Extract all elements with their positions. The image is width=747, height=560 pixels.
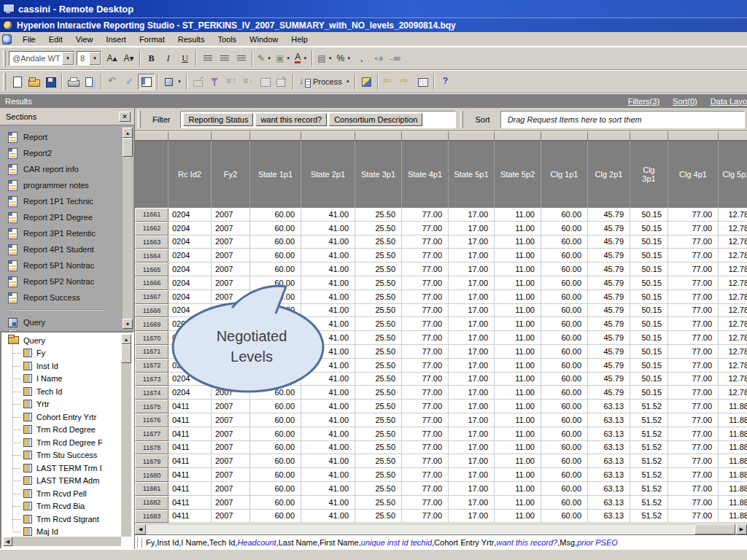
table-cell[interactable]: 11.00 — [495, 373, 541, 386]
table-cell[interactable]: 17.00 — [449, 290, 495, 304]
promote-button[interactable] — [190, 74, 206, 90]
table-cell[interactable]: 45.79 — [588, 304, 630, 318]
sort-ascending-button[interactable] — [223, 74, 240, 90]
request-item-want-this-record-[interactable]: want this record? — [496, 538, 557, 547]
row-number-cell[interactable]: 11665 — [135, 262, 169, 276]
scrollbar-thumb[interactable] — [121, 344, 131, 363]
table-cell[interactable]: 17.00 — [449, 373, 495, 386]
sidebar-item-report-2p1-degree[interactable]: Report 2P1 Degree — [0, 209, 121, 225]
table-cell[interactable]: 77.00 — [402, 222, 449, 236]
table-cell[interactable]: 17.00 — [449, 208, 495, 222]
column-grip[interactable] — [212, 131, 250, 141]
table-cell[interactable]: 41.00 — [301, 359, 355, 373]
table-cell[interactable]: 63.13 — [588, 468, 630, 482]
table-cell[interactable]: 77.00 — [402, 345, 449, 359]
table-cell[interactable]: 0204 — [169, 276, 212, 290]
table-cell[interactable]: 60.00 — [541, 304, 588, 318]
table-cell[interactable]: 50.15 — [630, 304, 668, 318]
chevron-down-icon[interactable]: ▼ — [303, 56, 307, 61]
row-number-cell[interactable]: 11672 — [135, 359, 169, 373]
tree-item-trm-rcvd-stgrant[interactable]: Trm Rcvd Stgrant — [3, 513, 121, 526]
table-cell[interactable]: 50.15 — [630, 331, 668, 345]
table-cell[interactable]: 45.79 — [588, 386, 630, 400]
table-cell[interactable]: 2007 — [212, 208, 250, 222]
menu-format[interactable]: Format — [133, 34, 171, 45]
table-cell[interactable]: 12.78 — [719, 222, 747, 236]
filter-button[interactable] — [206, 74, 223, 90]
table-cell[interactable]: 17.00 — [449, 413, 495, 427]
tree-vertical-scrollbar[interactable]: ▲ — [121, 334, 131, 537]
table-cell[interactable]: 60.00 — [541, 317, 588, 331]
table-cell[interactable]: 2007 — [212, 290, 250, 304]
border-color-button[interactable]: ✎▼ — [255, 50, 274, 66]
table-cell[interactable]: 60.00 — [250, 345, 301, 359]
table-cell[interactable]: 51.52 — [630, 510, 668, 524]
table-cell[interactable]: 2007 — [212, 331, 250, 345]
chevron-down-icon[interactable]: ▼ — [286, 56, 290, 61]
toolbar-grip[interactable] — [138, 111, 141, 128]
table-cell[interactable]: 2007 — [212, 454, 250, 468]
table-cell[interactable]: 2007 — [212, 482, 250, 496]
tree-item-yrtr[interactable]: Yrtr — [3, 398, 121, 411]
table-cell[interactable]: 12.78 — [719, 290, 747, 304]
table-cell[interactable]: 2007 — [212, 386, 250, 400]
scroll-left-icon[interactable]: ◀ — [135, 524, 146, 534]
table-cell[interactable]: 12.78 — [719, 208, 747, 222]
column-header-clg-2p1[interactable]: Clg 2p1 — [588, 141, 630, 208]
data-grid-button[interactable] — [257, 74, 274, 90]
table-cell[interactable]: 2007 — [212, 427, 250, 441]
chevron-down-icon[interactable]: ▼ — [346, 79, 350, 84]
table-cell[interactable]: 25.50 — [355, 510, 402, 524]
row-number-cell[interactable]: 11669 — [135, 317, 169, 331]
table-cell[interactable]: 11.00 — [495, 482, 541, 496]
table-cell[interactable]: 41.00 — [301, 345, 355, 359]
table-cell[interactable]: 41.00 — [301, 482, 355, 496]
grow-font-button[interactable]: A▴ — [104, 50, 120, 66]
request-item-last-name[interactable]: Last Name — [279, 538, 317, 547]
sidebar-item-report-5p1-nontrac[interactable]: Report 5P1 Nontrac — [0, 257, 121, 273]
table-cell[interactable]: 0411 — [169, 441, 212, 455]
table-cell[interactable]: 25.50 — [355, 236, 402, 249]
scrollbar-thumb[interactable] — [694, 524, 735, 534]
table-cell[interactable]: 60.00 — [541, 441, 588, 455]
table-cell[interactable]: 11.88 — [719, 482, 747, 496]
table-cell[interactable]: 60.00 — [250, 468, 301, 482]
table-cell[interactable]: 51.52 — [630, 413, 668, 427]
table-cell[interactable]: 2007 — [212, 359, 250, 373]
table-cell[interactable]: 60.00 — [250, 290, 301, 304]
table-cell[interactable]: 63.13 — [588, 510, 630, 524]
sidebar-item-report-4p1-student[interactable]: Report 4P1 Student — [0, 241, 121, 257]
table-cell[interactable]: 60.00 — [541, 510, 588, 524]
column-grip[interactable] — [630, 131, 668, 141]
row-number-cell[interactable]: 11671 — [135, 345, 169, 359]
column-header-clg-3p1[interactable]: Clg 3p1 — [630, 141, 668, 208]
row-number-cell[interactable]: 11663 — [135, 236, 169, 249]
row-number-cell[interactable]: 11673 — [135, 373, 169, 386]
table-cell[interactable]: 60.00 — [250, 510, 301, 524]
table-cell[interactable]: 60.00 — [250, 304, 301, 318]
row-number-cell[interactable]: 11661 — [135, 208, 169, 222]
table-cell[interactable]: 50.15 — [630, 276, 668, 290]
table-cell[interactable]: 41.00 — [301, 468, 355, 482]
table-cell[interactable]: 63.13 — [588, 400, 630, 413]
table-cell[interactable]: 77.00 — [402, 427, 449, 441]
table-cell[interactable]: 2007 — [212, 262, 250, 276]
table-cell[interactable]: 2007 — [212, 276, 250, 290]
table-cell[interactable]: 50.15 — [630, 359, 668, 373]
table-cell[interactable]: 2007 — [212, 373, 250, 386]
table-cell[interactable]: 60.00 — [541, 345, 588, 359]
table-cell[interactable]: 51.52 — [630, 482, 668, 496]
table-cell[interactable]: 2007 — [212, 222, 250, 236]
column-grip[interactable] — [495, 131, 541, 141]
sidebar-item-report-1p1-technic[interactable]: Report 1P1 Technic — [0, 193, 121, 209]
table-cell[interactable]: 11.88 — [719, 400, 747, 413]
table-cell[interactable]: 11.00 — [495, 331, 541, 345]
table-cell[interactable]: 12.78 — [719, 373, 747, 386]
table-cell[interactable]: 41.00 — [301, 222, 355, 236]
table-cell[interactable]: 60.00 — [250, 400, 301, 413]
table-cell[interactable]: 25.50 — [355, 441, 402, 455]
sidebar-item-car-report-info[interactable]: CAR report info — [0, 161, 121, 177]
table-cell[interactable]: 11.00 — [495, 413, 541, 427]
table-cell[interactable]: 0204 — [169, 304, 212, 318]
table-cell[interactable]: 17.00 — [449, 331, 495, 345]
